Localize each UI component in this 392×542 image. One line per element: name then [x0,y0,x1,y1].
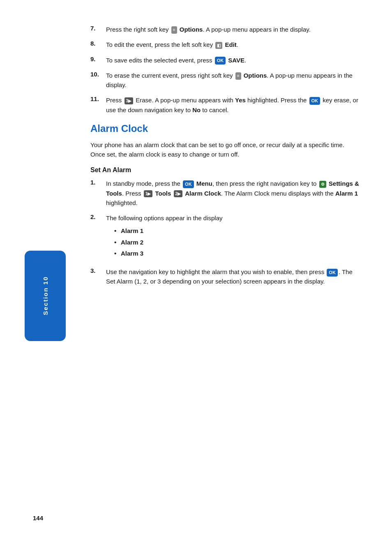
num-2-icon: 2▶ [174,190,183,198]
options-icon-10: ≡ [235,72,241,80]
step-10-bold: Options [244,72,267,79]
step-11: 11. Press 3▶ Erase. A pop-up menu appear… [90,95,359,115]
step-11-no: No [192,106,201,113]
alarm-clock-section: Alarm Clock Your phone has an alarm cloc… [90,123,359,286]
section-tab: Section 10 [25,251,66,341]
alarm-3-bullet: Alarm 3 [114,249,359,258]
alarm-step-1-content: In standby mode, press the OK Menu, then… [106,179,359,208]
step-7: 7. Press the right soft key ≡ Options. A… [90,25,359,34]
step-8-bold: Edit [225,41,236,48]
steps-top: 7. Press the right soft key ≡ Options. A… [90,25,359,115]
page-container: 7. Press the right soft key ≡ Options. A… [0,0,392,542]
alarm-clock-title: Alarm Clock [90,123,359,134]
step-10: 10. To erase the current event, press ri… [90,71,359,90]
alarm-step-2-content: The following options appear in the disp… [106,213,359,261]
step-11-yes: Yes [235,97,246,104]
alarm-step-3-content: Use the navigation key to highlight the … [106,267,359,286]
ok-icon-step3: OK [327,269,338,277]
alarm-step-3: 3. Use the navigation key to highlight t… [90,267,359,286]
options-icon-7: ≡ [171,26,177,34]
step-9-number: 9. [90,55,106,62]
step-8: 8. To edit the event, press the left sof… [90,40,359,49]
num-3-icon: 3▶ [125,97,134,105]
ok-icon-9: OK [215,57,226,65]
step-7-bold: Options [180,26,203,33]
step-8-number: 8. [90,40,106,47]
edit-icon: ◧ [215,42,222,49]
alarm-step-2: 2. The following options appear in the d… [90,213,359,261]
step-9-bold: SAVE [228,57,244,64]
alarm-clock-intro: Your phone has an alarm clock that can b… [90,140,359,159]
ok-icon-menu: OK [183,180,194,188]
alarm-step-2-text: The following options appear in the disp… [106,214,223,221]
step-8-content: To edit the event, press the left soft k… [106,40,359,49]
page-number: 144 [33,514,43,521]
alarm-step-1: 1. In standby mode, press the OK Menu, t… [90,179,359,208]
alarm-1-highlight: Alarm 1 [335,190,358,197]
tools-label: Tools [155,190,171,197]
alarm-step-1-number: 1. [90,179,106,186]
ok-icon-11: OK [309,97,321,105]
num-1-icon: 1▶ [144,190,153,198]
alarm-step-2-number: 2. [90,213,106,220]
settings-icon: ⚙ [319,181,326,188]
alarm-clock-label: Alarm Clock [185,190,221,197]
alarm-1-bullet: Alarm 1 [114,226,359,235]
section-tab-label: Section 10 [42,276,49,315]
step-7-content: Press the right soft key ≡ Options. A po… [106,25,359,34]
alarm-bullet-list: Alarm 1 Alarm 2 Alarm 3 [114,226,359,258]
step-9: 9. To save edits the selected event, pre… [90,55,359,65]
step-11-content: Press 3▶ Erase. A pop-up menu appears wi… [106,95,359,115]
step-7-number: 7. [90,25,106,32]
step-9-content: To save edits the selected event, press … [106,55,359,65]
step-10-content: To erase the current event, press right … [106,71,359,90]
menu-label: Menu [196,180,212,187]
alarm-step-3-number: 3. [90,267,106,274]
alarm-2-bullet: Alarm 2 [114,238,359,247]
set-alarm-heading: Set An Alarm [90,166,359,174]
step-10-number: 10. [90,71,106,78]
step-11-number: 11. [90,95,106,102]
